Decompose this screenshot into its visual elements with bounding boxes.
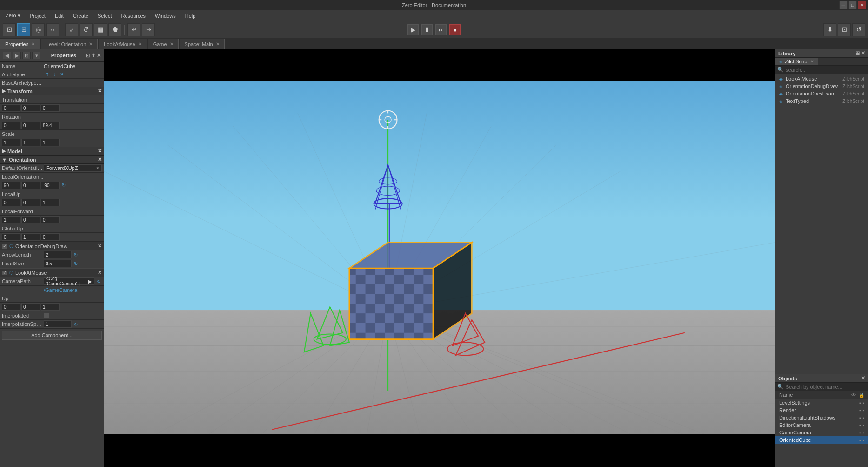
minimize-button[interactable]: ─ [839,1,848,9]
tool-timing[interactable]: ⏱ [80,23,93,36]
props-icon2[interactable]: ⬆ [91,53,95,59]
interpolation-speed-refresh[interactable]: ↻ [73,321,79,327]
camera-path-dropdown[interactable]: <Cog 'GameCamera' [ ▶ [44,277,94,285]
model-close[interactable]: ✕ [98,148,102,154]
list-item[interactable]: ◈ LookAtMouse ZilchScript [775,75,868,82]
tab-space-main-close[interactable]: ✕ [216,41,220,47]
tool-extra1[interactable]: ▦ [94,23,107,36]
orientation-section-header[interactable]: ▼ Orientation ✕ [0,156,104,164]
object-item[interactable]: EditorCamera ▪ ▪ [775,421,868,429]
arrow-length-input[interactable] [44,251,72,258]
library-close-icon[interactable]: ✕ [861,50,865,56]
tool-select[interactable]: ⊡ [3,23,16,36]
local-forward-x[interactable] [2,216,20,223]
list-item[interactable]: ◈ TextTyped ZilchScript [775,97,868,105]
objects-close-icon[interactable]: ✕ [861,375,865,381]
tool-history[interactable]: ↩ [127,23,140,36]
object-item[interactable]: DirectionalLightShadows ▪ ▪ [775,414,868,421]
tool-extra2[interactable]: ⬟ [108,23,121,36]
camera-path-refresh[interactable]: ↻ [95,278,102,284]
global-up-y[interactable] [21,233,40,241]
tab-lookatmouse[interactable]: LookAtMouse ✕ [99,39,147,49]
lib-tab-zilchscript[interactable]: ◈ ZilchScript ✕ [775,58,818,65]
tab-game[interactable]: Game ✕ [148,39,179,49]
translation-z[interactable] [41,104,60,112]
local-forward-z[interactable] [41,216,60,223]
tab-level-orientation[interactable]: Level: Orientation ✕ [41,39,98,49]
add-component-button[interactable]: Add Component... [2,331,102,340]
tool-snap[interactable]: ⤢ [65,23,78,36]
global-up-z[interactable] [41,233,60,241]
menu-project[interactable]: Project [26,12,49,20]
head-size-refresh[interactable]: ↻ [73,260,79,267]
view-button[interactable]: ⊡ [838,23,851,36]
tab-lookatmouse-close[interactable]: ✕ [138,41,142,47]
local-forward-y[interactable] [21,216,40,223]
object-item-oriented-cube[interactable]: OrientedCube ▪ ▪ [775,436,868,444]
model-section-header[interactable]: ▶ Model ✕ [0,147,104,156]
props-icon1[interactable]: ⊡ [86,53,90,59]
local-up-z[interactable] [41,199,60,206]
default-orientation-dropdown[interactable]: ForwardXUpZ ▼ [44,164,102,172]
menu-resources[interactable]: Resources [118,12,150,20]
close-button[interactable]: ✕ [858,1,866,9]
pause-button[interactable]: ⏸ [421,24,433,35]
props-home-button[interactable]: ⊡ [22,52,31,59]
transform-section-header[interactable]: ▶ Transform ✕ [0,87,104,95]
refresh-button[interactable]: ↺ [852,23,865,36]
lib-tab-close[interactable]: ✕ [810,59,814,64]
scale-z[interactable] [41,139,60,146]
object-item[interactable]: Render ▪ ▪ [775,406,868,414]
download-button[interactable]: ⬇ [823,23,836,36]
local-orientation-refresh[interactable]: ↻ [60,182,67,188]
stop-button[interactable]: ■ [449,24,461,35]
tab-space-main[interactable]: Space: Main ✕ [180,39,225,49]
head-size-input[interactable] [44,260,72,267]
translation-x[interactable] [2,104,20,112]
list-item[interactable]: ◈ OrientationDocsExam... ZilchScript [775,90,868,97]
menu-zero[interactable]: Zero ▾ [2,12,24,20]
look-at-mouse-close[interactable]: ✕ [98,270,102,276]
rotation-z[interactable] [41,122,60,129]
tab-properties-close[interactable]: ✕ [31,41,35,47]
interpolated-checkbox[interactable] [44,313,49,318]
up-y[interactable] [21,303,40,311]
props-back-button[interactable]: ◀ [3,52,11,59]
orientation-close[interactable]: ✕ [98,156,102,162]
orientation-debug-draw-close[interactable]: ✕ [98,243,102,249]
interpolation-speed-input[interactable] [44,320,72,328]
tool-history2[interactable]: ↪ [142,23,155,36]
up-z[interactable] [41,303,60,311]
arrow-length-refresh[interactable]: ↻ [73,251,79,258]
tool-scale[interactable]: ↔ [46,23,59,36]
menu-help[interactable]: Help [181,12,200,20]
archetype-btn1[interactable]: ⬆ [44,71,50,78]
props-forward-button[interactable]: ▶ [13,52,21,59]
step-button[interactable]: ⏭ [435,24,447,35]
tool-translate[interactable]: ⊞ [17,23,30,36]
scale-y[interactable] [21,139,40,146]
archetype-btn2[interactable]: ↓ [51,71,58,78]
maximize-button[interactable]: □ [848,1,857,9]
local-up-y[interactable] [21,199,40,206]
tab-properties[interactable]: Properties ✕ [0,39,40,49]
menu-windows[interactable]: Windows [151,12,180,20]
look-at-mouse-checkbox[interactable]: ✓ [2,270,7,276]
list-item[interactable]: ◈ OrientationDebugDraw ZilchScript [775,82,868,90]
rotation-y[interactable] [21,122,40,129]
scale-x[interactable] [2,139,20,146]
menu-edit[interactable]: Edit [51,12,67,20]
local-orientation-y[interactable] [21,182,40,189]
library-search-input[interactable] [786,67,866,73]
transform-close[interactable]: ✕ [98,88,102,94]
play-button[interactable]: ▶ [407,24,419,35]
tab-game-close[interactable]: ✕ [170,41,174,47]
local-orientation-x[interactable] [2,182,20,189]
archetype-btn3[interactable]: ✕ [59,71,65,78]
local-orientation-z[interactable] [41,182,60,189]
local-up-x[interactable] [2,199,20,206]
up-x[interactable] [2,303,20,311]
rotation-x[interactable] [2,122,20,129]
objects-search-input[interactable] [786,384,866,390]
object-item[interactable]: LevelSettings ▪ ▪ [775,399,868,406]
